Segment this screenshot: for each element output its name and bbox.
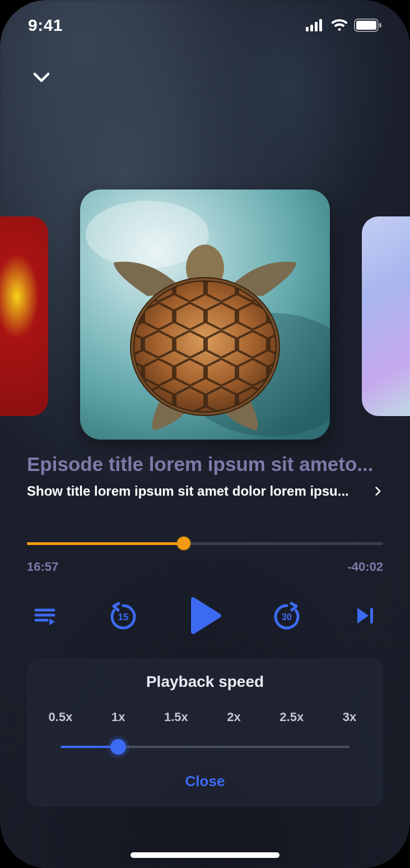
playback-speed-sheet: Playback speed 0.5x1x1.5x2x2.5x3x Close bbox=[27, 658, 383, 807]
battery-icon bbox=[354, 19, 382, 32]
prev-artwork[interactable] bbox=[0, 216, 48, 416]
speed-sheet-title: Playback speed bbox=[41, 673, 369, 691]
rewind-15-button[interactable]: 15 bbox=[105, 598, 141, 634]
show-title: Show title lorem ipsum sit amet dolor lo… bbox=[27, 483, 369, 499]
speed-slider[interactable] bbox=[44, 739, 366, 755]
forward-seconds-label: 30 bbox=[282, 612, 292, 622]
svg-rect-6 bbox=[379, 23, 381, 27]
svg-rect-3 bbox=[319, 19, 322, 31]
show-row[interactable]: Show title lorem ipsum sit amet dolor lo… bbox=[27, 483, 383, 499]
speed-knob[interactable] bbox=[110, 739, 126, 755]
svg-rect-2 bbox=[315, 22, 318, 31]
speed-option[interactable]: 3x bbox=[333, 710, 366, 724]
current-artwork[interactable] bbox=[80, 190, 330, 440]
forward-icon: 30 bbox=[271, 600, 302, 631]
titles-block: Episode title lorem ipsum sit ameto... S… bbox=[27, 453, 383, 499]
speed-option[interactable]: 0.5x bbox=[44, 710, 77, 724]
queue-button[interactable] bbox=[27, 598, 63, 634]
play-button[interactable] bbox=[184, 594, 226, 637]
status-bar: 9:41 bbox=[0, 0, 410, 50]
play-icon bbox=[188, 596, 222, 635]
collapse-button[interactable] bbox=[26, 62, 57, 93]
progress-knob[interactable] bbox=[177, 537, 190, 550]
next-track-icon bbox=[353, 603, 378, 628]
speed-labels-row: 0.5x1x1.5x2x2.5x3x bbox=[44, 710, 366, 724]
artwork-carousel[interactable] bbox=[0, 190, 410, 442]
speed-track-fill bbox=[60, 746, 118, 748]
next-artwork[interactable] bbox=[362, 216, 410, 416]
artwork-image bbox=[80, 190, 330, 440]
time-remaining: -40:02 bbox=[347, 560, 383, 574]
speed-option[interactable]: 2.5x bbox=[275, 710, 309, 724]
transport-controls: 15 30 bbox=[27, 594, 383, 637]
chevron-down-icon bbox=[31, 67, 52, 87]
queue-icon bbox=[32, 603, 57, 628]
progress-fill bbox=[27, 542, 184, 545]
status-time: 9:41 bbox=[28, 16, 63, 35]
speed-close-button[interactable]: Close bbox=[41, 773, 369, 790]
episode-title: Episode title lorem ipsum sit ameto... bbox=[27, 453, 383, 475]
status-icons bbox=[306, 19, 382, 32]
rewind-icon: 15 bbox=[108, 600, 139, 631]
next-track-button[interactable] bbox=[347, 598, 383, 634]
cellular-icon bbox=[306, 19, 325, 31]
wifi-icon bbox=[330, 19, 348, 31]
speed-option[interactable]: 2x bbox=[217, 710, 251, 724]
time-elapsed: 16:57 bbox=[27, 560, 58, 574]
speed-option[interactable]: 1.5x bbox=[159, 710, 193, 724]
chevron-right-icon bbox=[372, 484, 383, 498]
svg-rect-15 bbox=[370, 608, 373, 624]
rewind-seconds-label: 15 bbox=[118, 612, 129, 622]
speed-option[interactable]: 1x bbox=[101, 710, 135, 724]
phone-frame: 9:41 bbox=[0, 0, 410, 868]
progress-slider[interactable] bbox=[27, 537, 383, 550]
progress-section: 16:57 -40:02 bbox=[27, 537, 383, 574]
home-indicator[interactable] bbox=[131, 852, 279, 858]
svg-rect-5 bbox=[356, 21, 376, 30]
svg-rect-1 bbox=[310, 25, 313, 31]
svg-rect-0 bbox=[306, 27, 309, 31]
forward-30-button[interactable]: 30 bbox=[269, 598, 305, 634]
